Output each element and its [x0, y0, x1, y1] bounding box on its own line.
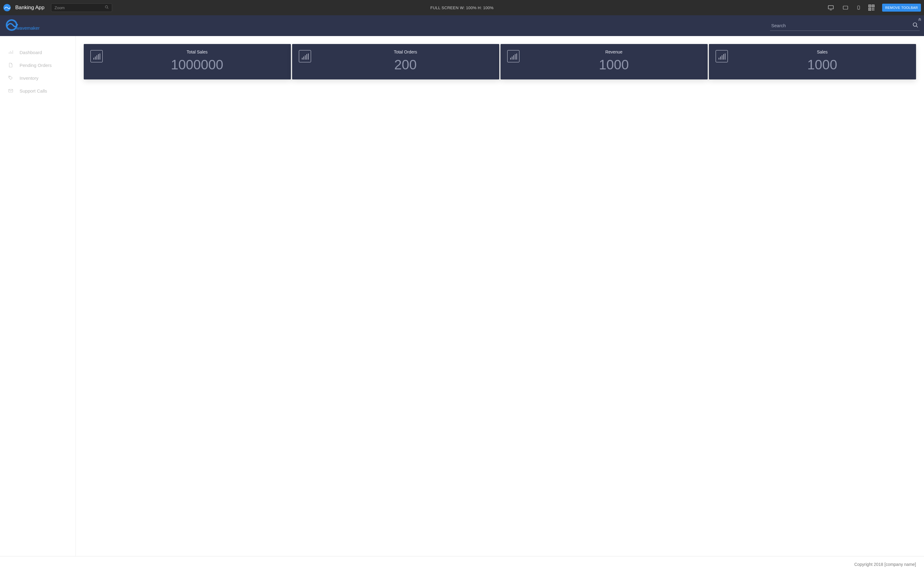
brand[interactable]: wavemaker	[4, 18, 47, 34]
svg-line-2	[107, 8, 109, 9]
card-sales: Sales 1000	[709, 44, 916, 79]
mail-icon	[8, 88, 14, 93]
bar-chart-icon	[299, 50, 311, 62]
remove-toolbar-button[interactable]: REMOVE TOOLBAR	[882, 4, 921, 12]
search-icon[interactable]	[912, 22, 918, 30]
wavemaker-logo-icon	[3, 4, 11, 12]
svg-point-1	[106, 6, 108, 8]
svg-rect-11	[869, 6, 870, 6]
bar-chart-icon	[716, 50, 728, 62]
sidebar-item-label: Pending Orders	[20, 63, 72, 68]
app-header: wavemaker	[0, 15, 924, 36]
card-value: 200	[318, 58, 493, 72]
card-total-sales: Total Sales 1000000	[84, 44, 291, 79]
svg-point-18	[913, 23, 917, 26]
copyright-text: Copyright 2018 [company name]	[854, 562, 916, 567]
search-icon	[105, 5, 109, 10]
svg-rect-5	[843, 6, 848, 9]
svg-rect-12	[873, 6, 874, 6]
card-body: Total Sales 1000000	[109, 50, 285, 72]
sidebar-item-label: Support Calls	[20, 88, 72, 93]
card-title: Revenue	[526, 50, 702, 54]
svg-rect-15	[873, 8, 874, 9]
svg-rect-17	[873, 9, 874, 10]
card-total-orders: Total Orders 200	[292, 44, 499, 79]
card-value: 1000	[526, 58, 702, 72]
card-value: 1000000	[109, 58, 285, 72]
svg-point-24	[9, 76, 10, 77]
svg-rect-16	[872, 9, 873, 10]
search-input[interactable]	[770, 20, 920, 31]
svg-rect-14	[872, 8, 873, 9]
card-body: Total Orders 200	[318, 50, 493, 72]
viewport-status: FULL SCREEN W: 100% H: 100%	[430, 6, 494, 10]
card-revenue: Revenue 1000	[500, 44, 708, 79]
card-title: Total Sales	[109, 50, 285, 54]
dev-toolbar: Banking App Zoom FULL SCREEN W: 100% H: …	[0, 0, 924, 15]
file-icon	[8, 62, 14, 68]
card-body: Revenue 1000	[526, 50, 702, 72]
content: Total Sales 1000000 Total Orders 200	[76, 36, 924, 556]
sidebar-item-label: Dashboard	[20, 50, 72, 55]
svg-rect-3	[828, 6, 834, 9]
dev-toolbar-right: REMOVE TOOLBAR	[827, 4, 921, 12]
zoom-placeholder: Zoom	[54, 6, 64, 10]
sidebar-item-dashboard[interactable]: Dashboard	[0, 46, 76, 59]
cards-row: Total Sales 1000000 Total Orders 200	[84, 44, 916, 79]
bar-chart-icon	[8, 50, 14, 55]
zoom-input[interactable]: Zoom	[51, 3, 112, 12]
footer: Copyright 2018 [company name]	[0, 556, 924, 572]
sidebar-item-support-calls[interactable]: Support Calls	[0, 84, 76, 97]
sidebar: Dashboard Pending Orders Inventory Suppo…	[0, 36, 76, 556]
svg-line-19	[916, 26, 918, 28]
sidebar-item-inventory[interactable]: Inventory	[0, 72, 76, 84]
card-title: Sales	[735, 50, 910, 54]
sidebar-item-label: Inventory	[20, 76, 72, 81]
brand-text: wavemaker	[16, 25, 40, 31]
mobile-icon[interactable]	[856, 4, 861, 11]
main: Dashboard Pending Orders Inventory Suppo…	[0, 36, 924, 556]
card-body: Sales 1000	[735, 50, 910, 72]
tablet-icon[interactable]	[842, 5, 849, 10]
qr-code-icon[interactable]	[868, 4, 875, 11]
tag-icon	[8, 75, 14, 81]
card-title: Total Orders	[318, 50, 493, 54]
bar-chart-icon	[90, 50, 102, 62]
collapse-up-icon[interactable]	[917, 17, 923, 23]
app-name: Banking App	[15, 5, 44, 11]
search-wrap	[770, 20, 920, 31]
card-value: 1000	[735, 58, 910, 72]
desktop-icon[interactable]	[827, 5, 834, 11]
sidebar-item-pending-orders[interactable]: Pending Orders	[0, 59, 76, 72]
svg-rect-13	[869, 9, 870, 10]
bar-chart-icon	[507, 50, 519, 62]
dev-toolbar-left: Banking App Zoom	[3, 3, 112, 12]
